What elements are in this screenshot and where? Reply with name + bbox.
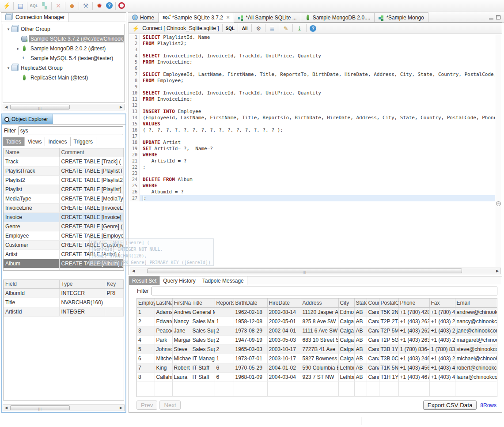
- table-row[interactable]: 4ParkMargaretSales Support Agent21947-09…: [137, 335, 497, 344]
- wand-icon[interactable]: ✎: [282, 25, 289, 32]
- object-explorer-tab[interactable]: Object Explorer: [2, 114, 53, 124]
- editor-line[interactable]: 14(EmployeeId, LastName, FirstName, Titl…: [129, 115, 495, 121]
- table-row[interactable]: CustomerCREATE TABLE [Customer] (: [4, 240, 124, 249]
- column-header[interactable]: HireDate: [267, 299, 301, 307]
- table-row[interactable]: 3PeacockJaneSales Support Agent21973-08-…: [137, 326, 497, 335]
- column-header[interactable]: Key: [105, 280, 124, 288]
- editor-line[interactable]: 3: [129, 47, 495, 53]
- editor-line[interactable]: 11FROM InvoiceLine;: [129, 96, 495, 102]
- results-tab-query-history[interactable]: Query History: [160, 276, 199, 285]
- editor-tab[interactable]: Sample MongoDB 2.0....: [301, 12, 375, 22]
- format-sql-icon[interactable]: ≣: [269, 25, 276, 32]
- tree-expander-icon[interactable]: ▾: [6, 27, 11, 31]
- tree-expander-icon[interactable]: ▸: [15, 46, 21, 51]
- editor-line[interactable]: 5FROM InvoiceLine;: [129, 59, 495, 65]
- help-icon[interactable]: ?: [106, 2, 113, 9]
- collapse-annotation-icon[interactable]: −: [496, 201, 501, 206]
- scroll-right-icon[interactable]: ▶: [494, 269, 500, 273]
- editor-help-icon[interactable]: ?: [310, 25, 316, 32]
- table-row[interactable]: 1AdamsAndrewGeneral Manager1962-02-18200…: [137, 307, 497, 317]
- column-header[interactable]: Comment: [59, 148, 124, 157]
- table-row[interactable]: EmployeeCREATE TABLE [Employee] (: [4, 231, 124, 240]
- scroll-left-icon[interactable]: ◀: [3, 406, 9, 410]
- column-header[interactable]: Country: [367, 299, 379, 307]
- column-header[interactable]: Email: [455, 299, 497, 307]
- editor-hscrollbar[interactable]: ◀ ||| ▶: [130, 268, 501, 274]
- table-row[interactable]: AlbumCREATE TABLE [Album] (: [4, 259, 124, 268]
- editor-line[interactable]: 2FROM Playlist2;: [129, 41, 495, 47]
- minimize-icon[interactable]: [489, 15, 493, 19]
- column-header[interactable]: Type: [59, 280, 105, 288]
- table-row[interactable]: InvoiceCREATE TABLE [Invoice] (: [4, 212, 124, 222]
- editor-tab[interactable]: *Sample Mongo: [375, 12, 428, 22]
- tree-item[interactable]: Sample MySQL 5.4 (tester@tester): [3, 53, 124, 63]
- object-tab-triggers[interactable]: Triggers: [71, 137, 97, 146]
- editor-line[interactable]: 8FROM Employee;: [129, 78, 495, 84]
- table-row[interactable]: GenreCREATE TABLE [Genre] (: [4, 222, 124, 231]
- editor-line[interactable]: 7SELECT EmployeeId, LastName, FirstName,…: [129, 72, 495, 78]
- scroll-left-icon[interactable]: ◀: [3, 105, 9, 109]
- column-header[interactable]: ReportsTo: [215, 299, 234, 307]
- editor-line[interactable]: 23: [129, 170, 495, 177]
- results-tab-result-set[interactable]: Result Set: [129, 276, 160, 285]
- editor-line[interactable]: 13INSERT INTO Employee: [129, 109, 495, 115]
- table-row[interactable]: AlbumIdINTEGERPRI: [4, 288, 124, 298]
- editor-line[interactable]: 25WHERE: [129, 183, 495, 189]
- scroll-right-icon[interactable]: ▶: [118, 406, 124, 410]
- table-row[interactable]: 8CallahanLauraIT Staff61968-01-092004-03…: [137, 372, 497, 382]
- connect-icon[interactable]: ⚡: [3, 2, 11, 10]
- table-row[interactable]: 6MitchellMichaelIT Manager11973-07-01200…: [137, 354, 497, 363]
- editor-line[interactable]: 26 AlbumId = ?: [129, 189, 495, 195]
- object-tab-indexes[interactable]: Indexes: [45, 137, 70, 146]
- editor-line[interactable]: 12: [129, 102, 495, 109]
- table-row[interactable]: TitleNVARCHAR(160): [4, 298, 124, 307]
- table-row[interactable]: ArtistCREATE TABLE [Artist] (: [4, 249, 124, 259]
- save-icon[interactable]: ▤: [16, 2, 24, 10]
- shutdown-icon[interactable]: [118, 2, 125, 9]
- editor-tab[interactable]: *All Sample SQLite ...: [234, 12, 301, 22]
- editor-line[interactable]: 17: [129, 133, 495, 140]
- close-icon[interactable]: ✕: [226, 15, 230, 20]
- scroll-right-icon[interactable]: ▶: [118, 105, 124, 109]
- tree-item[interactable]: ▸Sample MongoDB 2.0.2 (@test): [3, 44, 124, 53]
- column-header[interactable]: State: [354, 299, 367, 307]
- column-header[interactable]: Phone: [398, 299, 429, 307]
- object-explorer-hscrollbar[interactable]: ◀ ||| ▶: [3, 404, 125, 411]
- table-row[interactable]: InvoiceLineCREATE TABLE [InvoiceLine] (: [4, 203, 124, 212]
- delete-icon[interactable]: ✕: [54, 2, 62, 10]
- sql-editor-body[interactable]: 1SELECT PlaylistId, Name2FROM Playlist2;…: [129, 34, 495, 267]
- editor-line[interactable]: 15VALUES: [129, 121, 495, 127]
- import-icon[interactable]: ⤓: [296, 25, 303, 32]
- table-row[interactable]: TrackCREATE TABLE [Track] (: [4, 157, 124, 166]
- tree-expander-icon[interactable]: ▾: [6, 66, 11, 70]
- connect-plug-icon[interactable]: ⚡: [132, 25, 139, 32]
- column-header[interactable]: City: [338, 299, 354, 307]
- results-filter-input[interactable]: [152, 287, 497, 295]
- tree-item[interactable]: ▾Other Group: [3, 24, 124, 34]
- results-tab-tadpole-message[interactable]: Tadpole Message: [199, 276, 247, 285]
- editor-line[interactable]: 20WHERE: [129, 152, 495, 158]
- users-icon[interactable]: ☻: [68, 2, 76, 10]
- column-header[interactable]: Title: [191, 299, 215, 307]
- editor-line[interactable]: 16( ?, ?, ?, ?, ?, ?, ?, ?, ?, ?, ?, ?, …: [129, 127, 495, 133]
- connection-manager-tab[interactable]: Connection Manager: [1, 13, 68, 22]
- column-header[interactable]: LastName: [155, 299, 172, 307]
- maximize-icon[interactable]: [496, 15, 500, 19]
- table-row[interactable]: PlaylistCREATE TABLE [Playlist] (: [4, 185, 124, 194]
- column-header[interactable]: BirthDate: [234, 299, 267, 307]
- tree-item[interactable]: Sample SQLite 3.7.2 (@c:/dev/Chinook_Sql…: [3, 34, 124, 44]
- column-header[interactable]: Field: [4, 280, 59, 288]
- editor-tab[interactable]: iHome: [128, 12, 159, 22]
- table-row[interactable]: PlaylistTrackCREATE TABLE [PlaylistTrack…: [4, 166, 124, 175]
- column-header[interactable]: Name: [4, 148, 59, 157]
- scroll-left-icon[interactable]: ◀: [130, 269, 136, 273]
- editor-line[interactable]: 19SET ArtistId= ?, Name=?: [129, 146, 495, 152]
- editor-line[interactable]: 6: [129, 65, 495, 72]
- table-row[interactable]: 5JohnsonSteveSales Support Agent21965-03…: [137, 344, 497, 354]
- column-header[interactable]: EmployeeId: [137, 299, 155, 307]
- editor-line[interactable]: 18UPDATE Artist: [129, 140, 495, 146]
- mongo-blocks-icon[interactable]: ▚: [41, 2, 49, 10]
- object-tab-tables[interactable]: Tables: [3, 137, 25, 146]
- connection-tree-hscrollbar[interactable]: ◀ ||| ▶: [3, 104, 125, 110]
- sql-editor-icon[interactable]: SQL: [30, 2, 38, 10]
